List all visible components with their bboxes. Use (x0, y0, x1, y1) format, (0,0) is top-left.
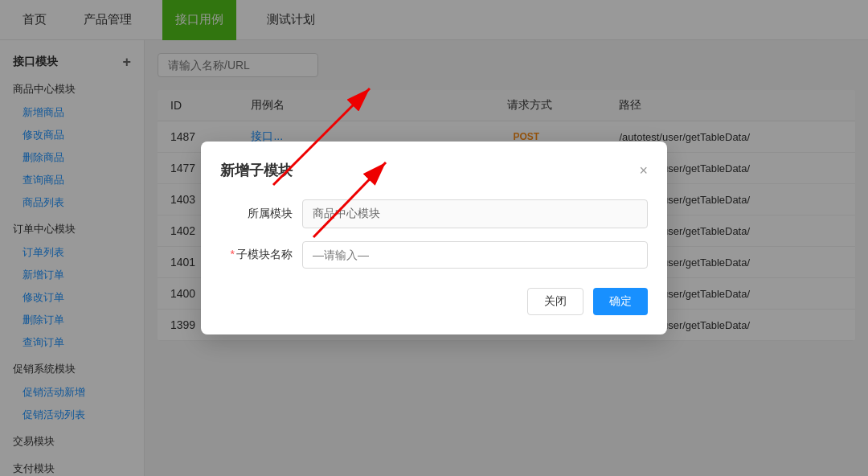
modal: 新增子模块 × 所属模块 商品中心模块 子模块名称 关闭 确定 (201, 142, 667, 334)
modal-footer: 关闭 确定 (220, 288, 648, 315)
modal-title: 新增子模块 (220, 161, 293, 180)
module-label: 所属模块 (220, 207, 293, 221)
form-row-module: 所属模块 商品中心模块 (220, 199, 648, 228)
modal-header: 新增子模块 × (220, 161, 648, 180)
submodule-input[interactable] (302, 241, 648, 269)
form-row-submodule: 子模块名称 (220, 241, 648, 269)
modal-confirm-button[interactable]: 确定 (593, 288, 648, 315)
modal-close-button[interactable]: 关闭 (527, 288, 583, 315)
module-value: 商品中心模块 (302, 199, 648, 228)
modal-close-icon[interactable]: × (639, 163, 648, 178)
modal-overlay: 新增子模块 × 所属模块 商品中心模块 子模块名称 关闭 确定 (0, 0, 868, 476)
modal-form: 所属模块 商品中心模块 子模块名称 (220, 199, 648, 269)
submodule-label: 子模块名称 (220, 248, 293, 262)
